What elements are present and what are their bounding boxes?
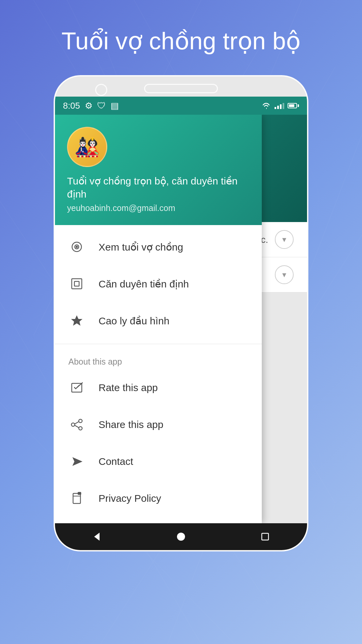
phone-screen: 8:05 ⚙ 🛡 ▤ [55, 97, 307, 550]
menu-item-contact[interactable]: Contact [55, 443, 262, 480]
svg-rect-29 [72, 279, 82, 289]
share-icon [68, 416, 85, 433]
menu-label-contact: Contact [99, 456, 133, 467]
menu-divider [55, 344, 262, 344]
contact-icon [68, 453, 85, 470]
phone-frame: 8:05 ⚙ 🛡 ▤ [54, 75, 308, 551]
chevron-down-icon-2[interactable]: ▾ [275, 265, 294, 284]
phone-top-bar [55, 76, 307, 97]
sim-icon: ▤ [111, 101, 119, 111]
menu-label-share: Share this app [99, 419, 163, 430]
content-area: a giải xung khắc. ▾ ▾ 🎎 Tuổi vợ chồng tr… [55, 115, 307, 523]
page-title: Tuổi vợ chồng trọn bộ [61, 27, 301, 55]
wifi-icon [261, 102, 271, 110]
star-icon [68, 312, 85, 329]
about-section: About this app Rate this app [55, 345, 262, 520]
svg-line-36 [75, 422, 79, 424]
menu-label-rate: Rate this app [99, 382, 158, 393]
menu-item-xem-tuoi[interactable]: Xem tuổi vợ chồng [55, 228, 262, 265]
menu-label-cao-ly: Cao ly đầu hình [99, 315, 169, 327]
earpiece-speaker [144, 84, 218, 93]
status-left: 8:05 ⚙ 🛡 ▤ [63, 101, 119, 111]
svg-rect-39 [73, 493, 80, 503]
svg-marker-31 [71, 315, 82, 326]
svg-line-37 [75, 425, 79, 428]
svg-rect-40 [78, 492, 81, 494]
navigation-drawer: 🎎 Tuổi vợ chồng trọn bộ, căn duyên tiền … [55, 115, 262, 523]
svg-marker-38 [72, 457, 82, 466]
drawer-app-name: Tuổi vợ chồng trọn bộ, căn duyên tiền đị… [67, 174, 250, 201]
menu-item-cao-ly[interactable]: Cao ly đầu hình [55, 302, 262, 339]
drawer-header: 🎎 Tuổi vợ chồng trọn bộ, căn duyên tiền … [55, 115, 262, 225]
battery-icon [288, 103, 299, 108]
camera-icon [68, 238, 85, 255]
settings-icon: ⚙ [85, 101, 93, 111]
frame-icon [68, 275, 85, 292]
menu-item-privacy[interactable]: Privacy Policy [55, 480, 262, 517]
front-camera [95, 84, 107, 96]
avatar: 🎎 [67, 127, 107, 167]
svg-point-35 [71, 423, 75, 426]
svg-marker-41 [94, 533, 100, 541]
status-time: 8:05 [63, 101, 80, 111]
bottom-nav-bar [55, 523, 307, 550]
menu-item-rate[interactable]: Rate this app [55, 369, 262, 406]
rate-icon [68, 379, 85, 396]
security-icon: 🛡 [97, 101, 106, 111]
about-section-header: About this app [55, 349, 262, 369]
avatar-image: 🎎 [75, 135, 100, 159]
menu-label-can-duyen: Căn duyên tiền định [99, 278, 189, 290]
menu-item-can-duyen[interactable]: Căn duyên tiền định [55, 265, 262, 302]
back-button[interactable] [87, 527, 107, 547]
svg-point-33 [79, 419, 82, 423]
chevron-down-icon-1[interactable]: ▾ [275, 230, 294, 249]
main-menu-section: Xem tuổi vợ chồng Căn duyên tiền định [55, 225, 262, 342]
svg-point-34 [79, 427, 82, 430]
svg-rect-30 [74, 281, 79, 286]
svg-point-28 [76, 246, 77, 248]
status-bar: 8:05 ⚙ 🛡 ▤ [55, 97, 307, 115]
drawer-email: yeuhoabinh.com@gmail.com [67, 203, 250, 213]
menu-label-privacy: Privacy Policy [99, 493, 161, 504]
status-right [261, 102, 299, 110]
svg-rect-43 [262, 533, 268, 540]
menu-item-share[interactable]: Share this app [55, 406, 262, 443]
home-button[interactable] [171, 527, 191, 547]
signal-icon [275, 102, 284, 109]
svg-point-42 [177, 533, 185, 541]
recents-button[interactable] [255, 527, 275, 547]
privacy-icon [68, 490, 85, 507]
menu-label-xem-tuoi: Xem tuổi vợ chồng [99, 241, 183, 253]
